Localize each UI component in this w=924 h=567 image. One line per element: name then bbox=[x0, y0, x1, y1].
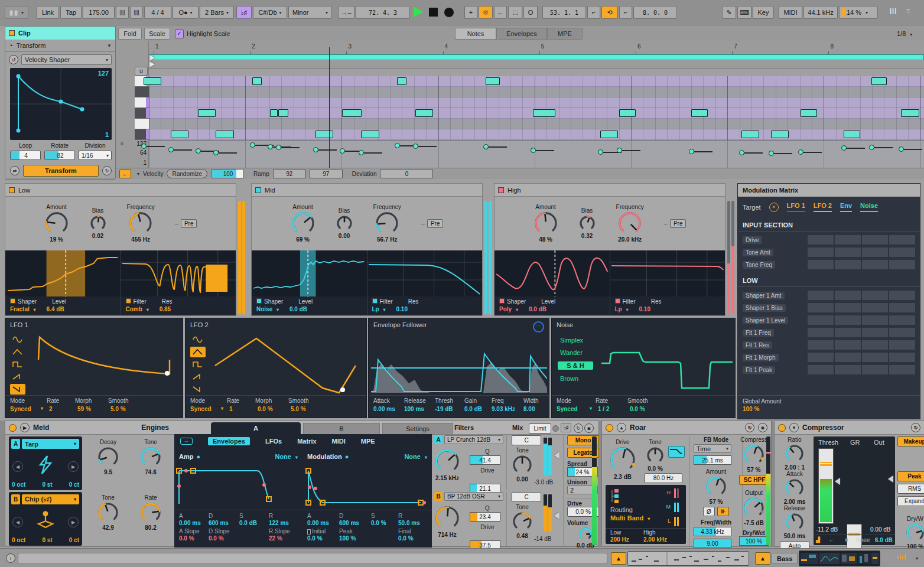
thresh-handle[interactable] bbox=[835, 478, 840, 485]
engine-a-selector[interactable]: Tarp▾ bbox=[22, 439, 79, 449]
midi-note[interactable] bbox=[361, 131, 379, 138]
filter-b-q-field[interactable]: 23.4 bbox=[470, 512, 500, 522]
engine-b-st[interactable]: 0 st bbox=[42, 537, 52, 543]
velocity-point[interactable] bbox=[798, 149, 803, 155]
mid-filter-activator[interactable] bbox=[372, 298, 378, 304]
amp-env-graph[interactable] bbox=[174, 462, 302, 509]
velocity-point[interactable] bbox=[413, 144, 418, 149]
roar-output-knob[interactable]: Output-7.5 dB bbox=[739, 490, 769, 526]
note-grid-row[interactable] bbox=[149, 87, 924, 97]
xover-high-value[interactable]: 2.00 kHz bbox=[643, 536, 667, 543]
mod-release[interactable]: 50.0 ms bbox=[398, 520, 420, 526]
low-activator[interactable] bbox=[9, 187, 15, 193]
mix-b-gain-handle[interactable] bbox=[554, 512, 559, 519]
matrix-cell[interactable] bbox=[835, 291, 861, 300]
attack-knob[interactable]: Attack2.00 ms bbox=[778, 471, 811, 505]
mod-attack[interactable]: 0.00 ms bbox=[307, 520, 339, 526]
device-chain-minimap[interactable] bbox=[799, 550, 880, 566]
amp-route-selector[interactable]: None ▾ bbox=[275, 453, 298, 460]
ratio-knob[interactable]: Ratio2.00 : 1 bbox=[778, 436, 811, 471]
filter-a-q-field[interactable]: 41.4 bbox=[470, 455, 500, 465]
apply-transform-button[interactable]: Transform bbox=[23, 165, 99, 177]
low-amount-knob[interactable]: Amount19 % bbox=[44, 204, 69, 243]
lfo-wave-icon[interactable] bbox=[190, 359, 206, 370]
out-value[interactable]: 0.00 dB bbox=[870, 526, 890, 533]
piano-key[interactable] bbox=[135, 129, 149, 140]
low-shaper-type[interactable]: Fractal ▾ bbox=[10, 306, 36, 312]
midi-map-button[interactable]: MIDI bbox=[779, 6, 802, 19]
fb-mode-selector[interactable]: Time▾ bbox=[694, 444, 731, 453]
velocity-point[interactable] bbox=[739, 150, 744, 155]
mod-initial[interactable]: 0.0 % bbox=[307, 535, 339, 542]
deviation-field[interactable]: 0 bbox=[380, 169, 433, 178]
matrix-cell[interactable] bbox=[808, 353, 834, 362]
time-signature-field[interactable]: 4 / 4 bbox=[144, 6, 171, 19]
loop-value-field[interactable]: 4 bbox=[10, 151, 41, 160]
meter-dropdown-icon[interactable]: ▾ bbox=[916, 556, 918, 561]
matrix-cell[interactable] bbox=[862, 328, 888, 337]
punch-in-button[interactable]: ⌐ bbox=[587, 6, 600, 19]
mod-peak[interactable]: 100 % bbox=[339, 535, 371, 542]
midi-note[interactable] bbox=[171, 131, 188, 138]
lfo-wave-icon[interactable] bbox=[10, 359, 25, 370]
lfo-wave-icon[interactable] bbox=[10, 347, 25, 357]
computer-midi-keyboard-button[interactable]: ⌨ bbox=[737, 6, 751, 19]
mix-b-db[interactable]: -14 dB bbox=[534, 536, 551, 542]
meld-activator[interactable] bbox=[9, 424, 17, 432]
mid-filter-res[interactable]: 0.10 bbox=[396, 306, 408, 312]
engine-a-prev-icon[interactable]: ◀ bbox=[12, 461, 23, 472]
global-amount-value[interactable]: 100 % bbox=[743, 406, 915, 412]
note-grid-row[interactable] bbox=[149, 119, 924, 129]
envf-release[interactable]: 100 ms bbox=[404, 406, 435, 412]
draw-mode-button[interactable]: ⬚ bbox=[508, 6, 522, 19]
lfo1-mode[interactable]: Synced bbox=[10, 406, 38, 412]
velocity-point[interactable] bbox=[899, 146, 904, 152]
cpu-meter[interactable]: 14 %▾ bbox=[839, 6, 878, 19]
amp-decay[interactable]: 600 ms bbox=[209, 520, 239, 526]
lfo1-wave-selector[interactable] bbox=[10, 333, 25, 396]
midi-note[interactable] bbox=[691, 109, 708, 117]
engine-a-tone-knob[interactable]: Tone74.6 bbox=[139, 439, 162, 475]
velocity-point[interactable] bbox=[689, 149, 694, 154]
clip-header[interactable]: Clip bbox=[5, 27, 115, 40]
midi-note[interactable] bbox=[533, 109, 555, 117]
matrix-cell[interactable] bbox=[808, 260, 834, 269]
engine-a-ct[interactable]: 0 ct bbox=[69, 481, 79, 488]
low-pre-button[interactable]: Pre bbox=[181, 219, 197, 228]
mid-shaper-level[interactable]: 0.0 dB bbox=[289, 306, 307, 312]
matrix-cell[interactable] bbox=[862, 365, 888, 374]
loop-start-field[interactable]: 53. 1. 1 bbox=[542, 6, 586, 19]
matrix-cell[interactable] bbox=[835, 340, 861, 350]
meld-tab-a[interactable]: A bbox=[211, 422, 301, 434]
midi-note[interactable] bbox=[741, 131, 759, 138]
fb-phase-invert-button[interactable]: Ø bbox=[703, 507, 715, 516]
piano-key[interactable] bbox=[135, 87, 149, 97]
meld-save-icon[interactable]: ◙ bbox=[584, 423, 594, 433]
noise-graph[interactable] bbox=[601, 333, 733, 394]
lfo-wave-icon[interactable] bbox=[190, 372, 206, 382]
velocity-shaper-graph[interactable]: 127 1 bbox=[10, 68, 112, 140]
envf-thresh[interactable]: -19 dB bbox=[435, 406, 464, 412]
scale-root-selector[interactable]: C#/Db▾ bbox=[253, 6, 287, 19]
mid-activator[interactable] bbox=[255, 187, 261, 193]
matrix-cell[interactable] bbox=[835, 235, 861, 245]
collapse-triangle-icon[interactable]: ▼ bbox=[107, 43, 112, 48]
lane-arrow-button[interactable]: ← bbox=[119, 170, 131, 178]
midi-note[interactable] bbox=[771, 131, 789, 138]
track-name-chip[interactable]: Bass bbox=[772, 553, 798, 564]
high-filter-type[interactable]: Lp ▾ bbox=[615, 306, 629, 312]
matrix-cell[interactable] bbox=[889, 353, 915, 362]
roar-drive-knob[interactable]: Drive2.3 dB bbox=[609, 439, 636, 480]
quantize-selector[interactable]: 2 Bars▾ bbox=[200, 6, 234, 19]
engine-b-selector[interactable]: Chip (♭♯)▾ bbox=[22, 494, 79, 504]
device-chain-toggle[interactable]: ▲ bbox=[755, 552, 770, 565]
filter-a-type-selector[interactable]: LP Crunch 12dB▾ bbox=[444, 435, 503, 444]
env-link-icon[interactable]: ⇔ bbox=[180, 438, 193, 445]
tab-notes[interactable]: Notes bbox=[455, 28, 496, 40]
ramp-start-field[interactable]: 92 bbox=[273, 169, 306, 178]
engine-a-oct[interactable]: 0 oct bbox=[12, 481, 25, 488]
clip-loop-bar[interactable] bbox=[149, 54, 924, 60]
view-sidechain-icon[interactable]: ⧻ bbox=[844, 537, 849, 543]
velocity-point[interactable] bbox=[617, 148, 622, 153]
grid-value-selector[interactable]: 1/8 ▾ bbox=[897, 30, 912, 37]
